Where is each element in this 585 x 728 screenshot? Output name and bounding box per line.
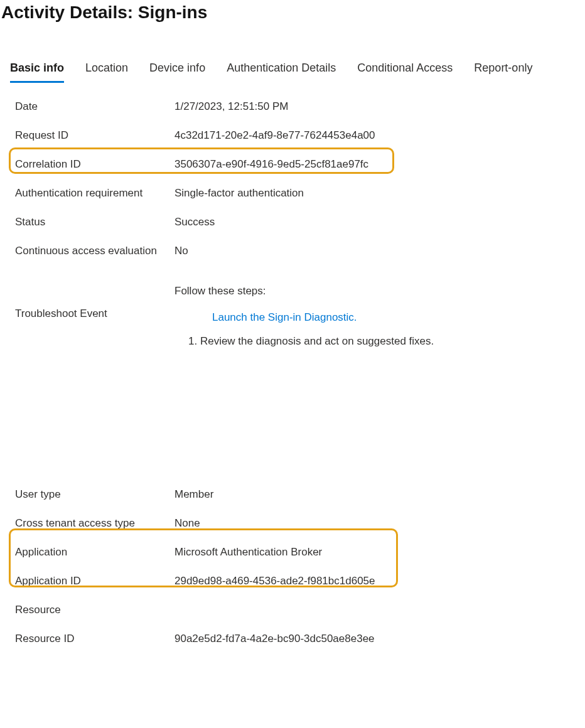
value-auth-requirement: Single-factor authentication (174, 181, 304, 200)
row-application: Application Microsoft Authentication Bro… (15, 540, 570, 569)
tabs-container: Basic info Location Device info Authenti… (0, 23, 585, 83)
tab-report-only[interactable]: Report-only (474, 62, 532, 83)
label-date: Date (15, 94, 174, 113)
step-1-text: Review the diagnosis and act on suggeste… (200, 335, 434, 347)
label-request-id: Request ID (15, 123, 174, 142)
label-auth-requirement: Authentication requirement (15, 181, 174, 200)
value-application-id: 29d9ed98-a469-4536-ade2-f981bc1d605e (174, 569, 375, 587)
value-application: Microsoft Authentication Broker (174, 540, 322, 559)
label-resource-id: Resource ID (15, 626, 174, 645)
row-resource: Resource (15, 597, 570, 626)
label-application-id: Application ID (15, 569, 174, 587)
troubleshoot-content: Follow these steps: Launch the Sign-in D… (174, 285, 434, 348)
value-request-id: 4c32d171-20e2-4af9-8e77-7624453e4a00 (174, 123, 375, 142)
label-correlation-id: Correlation ID (15, 152, 174, 171)
step-1: 1. Review the diagnosis and act on sugge… (188, 335, 434, 348)
section-gap (0, 348, 585, 471)
value-correlation-id: 3506307a-e90f-4916-9ed5-25cf81ae97fc (174, 152, 368, 171)
basic-info-block-2: User type Member Cross tenant access typ… (0, 471, 585, 655)
row-application-id: Application ID 29d9ed98-a469-4536-ade2-f… (15, 569, 570, 597)
value-cae: No (174, 238, 188, 257)
value-cross-tenant: None (174, 511, 200, 530)
row-cross-tenant: Cross tenant access type None (15, 511, 570, 540)
row-correlation-id: Correlation ID 3506307a-e90f-4916-9ed5-2… (15, 152, 570, 181)
tab-location[interactable]: Location (85, 62, 128, 83)
row-auth-requirement: Authentication requirement Single-factor… (15, 181, 570, 210)
tab-conditional-access[interactable]: Conditional Access (357, 62, 453, 83)
row-resource-id: Resource ID 90a2e5d2-fd7a-4a2e-bc90-3dc5… (15, 626, 570, 655)
row-cae: Continuous access evaluation No (15, 238, 570, 267)
row-troubleshoot: Troubleshoot Event Follow these steps: L… (15, 285, 570, 348)
step-1-prefix: 1. (188, 335, 200, 347)
row-user-type: User type Member (15, 482, 570, 511)
basic-info-block-1: Date 1/27/2023, 12:51:50 PM Request ID 4… (0, 83, 585, 348)
tab-basic-info[interactable]: Basic info (10, 62, 64, 83)
label-user-type: User type (15, 482, 174, 501)
label-resource: Resource (15, 597, 174, 616)
tab-device-info[interactable]: Device info (149, 62, 205, 83)
row-date: Date 1/27/2023, 12:51:50 PM (15, 94, 570, 123)
value-status: Success (174, 210, 215, 228)
value-resource-id: 90a2e5d2-fd7a-4a2e-bc90-3dc50ae8e3ee (174, 626, 375, 645)
label-application: Application (15, 540, 174, 559)
value-date: 1/27/2023, 12:51:50 PM (174, 94, 288, 113)
row-request-id: Request ID 4c32d171-20e2-4af9-8e77-76244… (15, 123, 570, 152)
label-status: Status (15, 210, 174, 228)
row-status: Status Success (15, 210, 570, 238)
launch-diagnostic-link[interactable]: Launch the Sign-in Diagnostic. (212, 311, 357, 324)
follow-steps-text: Follow these steps: (174, 285, 434, 297)
tab-authentication-details[interactable]: Authentication Details (227, 62, 336, 83)
page-title: Activity Details: Sign-ins (0, 0, 585, 23)
label-troubleshoot: Troubleshoot Event (15, 285, 174, 320)
label-cae: Continuous access evaluation (15, 238, 174, 257)
value-user-type: Member (174, 482, 213, 501)
label-cross-tenant: Cross tenant access type (15, 511, 174, 530)
